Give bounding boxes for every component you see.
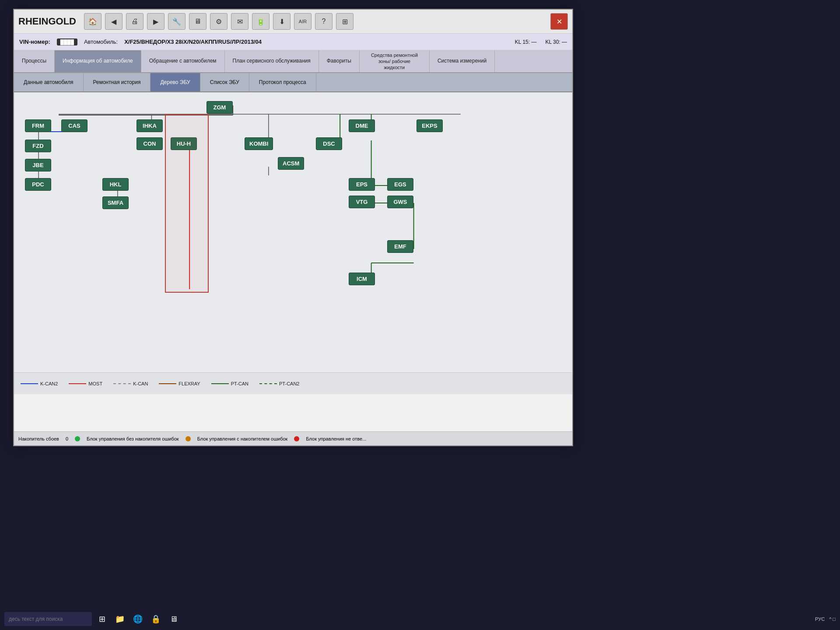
wrench-btn[interactable]: 🔧 (168, 13, 186, 30)
download-btn[interactable]: ⬇ (273, 13, 290, 30)
tab-measurement[interactable]: Система измерений (430, 50, 495, 72)
taskbar-explorer[interactable]: 📁 (112, 611, 128, 627)
ecu-icm[interactable]: ICM (349, 273, 375, 285)
car-value: X/F25/ВНЕДОР/Х3 28iX/N20/АКПП/RUS/ЛР/201… (124, 38, 262, 45)
status-bar: Накопитель сбоев 0 Блок управления без н… (14, 431, 572, 445)
legend-pt-can2: PT-CAN2 (259, 381, 299, 386)
ecu-smfa[interactable]: SMFA (102, 196, 129, 209)
ecu-huh[interactable]: HU-H (171, 137, 197, 150)
taskbar-app[interactable]: 🖥 (166, 611, 182, 627)
most-label: MOST (88, 381, 102, 386)
sub-tab-repair-history[interactable]: Ремонтная история (84, 73, 151, 91)
ecu-dme[interactable]: DME (349, 119, 375, 132)
ecu-gws[interactable]: GWS (387, 196, 413, 208)
pt-can-line (211, 383, 229, 384)
tab-processes[interactable]: Процессы (14, 50, 55, 72)
ecu-hkl[interactable]: HKL (102, 178, 129, 191)
help-btn[interactable]: ? (315, 13, 332, 30)
ecu-ihka[interactable]: IHKA (136, 119, 163, 132)
ecu-frm[interactable]: FRM (25, 119, 51, 132)
print-btn[interactable]: 🖨 (126, 13, 144, 30)
tab-service-plan[interactable]: План сервисного обслуживания (225, 50, 319, 72)
ecu-kombi[interactable]: KOMBI (245, 137, 273, 150)
sub-tabs: Данные автомобиля Ремонтная история Дере… (14, 73, 572, 92)
kl15: KL 15: — (515, 39, 537, 45)
app-window: RHEINGOLD 🏠 ◀ 🖨 ▶ 🔧 🖥 ⚙ ✉ 🔋 ⬇ AIR ? ⊞ ✕ … (13, 9, 573, 446)
ecu-con[interactable]: CON (136, 137, 163, 150)
sub-tab-ecu-tree[interactable]: Дерево ЭБУ (150, 73, 200, 91)
unknown-btn[interactable]: ⊞ (336, 13, 354, 30)
kl30: KL 30: — (545, 39, 567, 45)
legend-most: MOST (69, 381, 102, 386)
flexray-line (159, 383, 176, 384)
pt-can2-label: PT-CAN2 (279, 381, 299, 386)
most-line (69, 383, 86, 384)
pt-can-label: PT-CAN (231, 381, 248, 386)
sub-tab-process-log[interactable]: Протокол процесса (249, 73, 316, 91)
tab-repair-zone[interactable]: Средства ремонтной зоны/ рабочие жидкост… (360, 50, 430, 72)
mail-btn[interactable]: ✉ (231, 13, 248, 30)
k-can-label: K-CAN (133, 381, 148, 386)
back-btn[interactable]: ◀ (105, 13, 122, 30)
no-error-label: Блок управления без накопителя ошибок (87, 436, 179, 441)
settings-btn[interactable]: ⚙ (210, 13, 228, 30)
sub-tab-ecu-list[interactable]: Список ЭБУ (200, 73, 249, 91)
no-error-dot (75, 436, 80, 441)
title-bar: RHEINGOLD 🏠 ◀ 🖨 ▶ 🔧 🖥 ⚙ ✉ 🔋 ⬇ AIR ? ⊞ ✕ (14, 10, 572, 34)
vin-label: VIN-номер: (19, 38, 50, 45)
ecu-ekps[interactable]: EKPS (416, 119, 443, 132)
with-error-label: Блок управления с накопителем ошибок (197, 436, 288, 441)
flexray-label: FLEXRAY (178, 381, 200, 386)
taskbar-search[interactable] (4, 612, 92, 626)
vin-value: ████ (57, 38, 77, 46)
k-can2-line (21, 383, 38, 384)
forward-btn[interactable]: ▶ (147, 13, 164, 30)
ecu-pdc[interactable]: PDC (25, 178, 51, 191)
car-label: Автомобиль: (84, 38, 118, 45)
legend-k-can: K-CAN (113, 381, 148, 386)
taskbar-start[interactable]: ⊞ (94, 611, 110, 627)
taskbar-chrome[interactable]: 🌐 (130, 611, 146, 627)
home-btn[interactable]: 🏠 (84, 13, 102, 30)
error-count: 0 (66, 436, 68, 441)
connections-svg (14, 92, 572, 372)
ecu-acsm[interactable]: ACSM (278, 157, 304, 170)
ecu-zgm[interactable]: ZGM (206, 101, 233, 114)
taskbar-right: РУС ^ □ (815, 616, 836, 622)
air-btn[interactable]: AIR (294, 13, 312, 30)
k-can-line (113, 383, 131, 384)
ecu-egs[interactable]: EGS (387, 178, 413, 191)
ecu-jbe[interactable]: JBE (25, 159, 51, 172)
error-count-label: Накопитель сбоев (18, 436, 59, 441)
no-response-label: Блок управления не отве... (306, 436, 366, 441)
ecu-diagram: ZGM FRM CAS IHKA DME EKPS FZD CON HU-H K… (14, 92, 572, 372)
ecu-vtg[interactable]: VTG (349, 196, 375, 208)
pt-can2-line (259, 383, 277, 384)
no-response-dot (294, 436, 299, 441)
ecu-cas[interactable]: CAS (61, 119, 88, 132)
legend-bar: K-CAN2 MOST K-CAN FLEXRAY PT-CAN PT-CAN2 (14, 372, 572, 394)
legend-pt-can: PT-CAN (211, 381, 248, 386)
tab-favorites[interactable]: Фавориты (319, 50, 360, 72)
ecu-eps[interactable]: EPS (349, 178, 375, 191)
kl-info: KL 15: — KL 30: — (515, 39, 567, 45)
tab-service[interactable]: Обращение с автомобилем (141, 50, 225, 72)
ecu-emf[interactable]: EMF (387, 240, 413, 253)
legend-k-can2: K-CAN2 (21, 381, 58, 386)
battery-btn[interactable]: 🔋 (252, 13, 270, 30)
vin-bar: VIN-номер: ████ Автомобиль: X/F25/ВНЕДОР… (14, 34, 572, 50)
main-content: ZGM FRM CAS IHKA DME EKPS FZD CON HU-H K… (14, 92, 572, 372)
close-btn[interactable]: ✕ (550, 13, 568, 30)
with-error-dot (186, 436, 191, 441)
monitor-btn[interactable]: 🖥 (189, 13, 206, 30)
taskbar: ⊞ 📁 🌐 🔒 🖥 РУС ^ □ (0, 608, 840, 630)
tab-car-info[interactable]: Информация об автомобиле (55, 50, 141, 72)
system-tray: ^ □ (829, 616, 836, 622)
ecu-fzd[interactable]: FZD (25, 140, 51, 152)
nav-tabs: Процессы Информация об автомобиле Обраще… (14, 50, 572, 73)
sub-tab-car-data[interactable]: Данные автомобиля (14, 73, 84, 91)
k-can2-label: K-CAN2 (40, 381, 58, 386)
legend-flexray: FLEXRAY (159, 381, 200, 386)
ecu-dsc[interactable]: DSC (316, 137, 342, 150)
taskbar-lock[interactable]: 🔒 (148, 611, 164, 627)
